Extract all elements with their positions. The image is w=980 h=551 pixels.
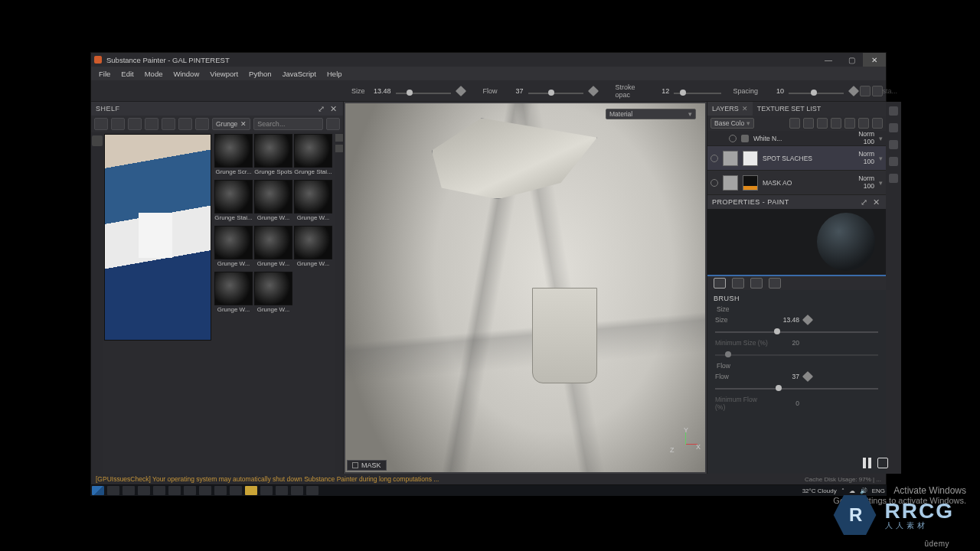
visibility-toggle-icon[interactable] <box>710 179 718 187</box>
shelf-thumbnail[interactable]: Grunge Stai... <box>214 180 253 224</box>
channel-select[interactable]: Base Colo▾ <box>710 118 754 129</box>
window-maximize-button[interactable]: ▢ <box>840 53 863 67</box>
app-icon[interactable] <box>306 486 318 495</box>
menu-mode[interactable]: Mode <box>145 70 163 78</box>
task-view-icon[interactable] <box>122 486 135 495</box>
shelf-clear-search-button[interactable] <box>326 118 340 130</box>
app-icon[interactable] <box>199 486 211 495</box>
layer-row[interactable]: SPOT SLACHES Norm100 ▾ <box>707 146 886 171</box>
shelf-thumbnail[interactable]: Grunge W... <box>254 226 292 270</box>
size-slider[interactable] <box>715 327 878 336</box>
add-folder-icon[interactable] <box>858 118 869 129</box>
window-close-button[interactable]: ✕ <box>863 53 886 67</box>
tab-texture-set-list[interactable]: TEXTURE SET LIST <box>753 102 825 116</box>
window-minimize-button[interactable]: — <box>817 53 840 67</box>
dock-icon[interactable] <box>889 140 898 149</box>
prop-tab-material[interactable] <box>769 278 781 289</box>
properties-close-icon[interactable]: ✕ <box>872 197 881 207</box>
menu-edit[interactable]: Edit <box>121 70 133 78</box>
app-icon[interactable] <box>291 486 303 495</box>
mask-thumb-icon[interactable] <box>743 151 758 166</box>
app-icon[interactable] <box>276 486 288 495</box>
chevron-down-icon[interactable]: ▾ <box>879 155 883 162</box>
layer-thumb-icon[interactable] <box>723 151 738 166</box>
toolbar-button[interactable] <box>872 86 883 96</box>
pen-pressure-icon[interactable] <box>848 85 859 96</box>
grid-large-icon[interactable] <box>335 134 343 142</box>
app-icon[interactable] <box>168 486 181 495</box>
minsize-slider[interactable] <box>715 350 878 359</box>
shelf-thumbnail[interactable]: Grunge Stai... <box>294 134 332 178</box>
shelf-thumbnail[interactable]: Grunge Spots <box>254 134 292 178</box>
shelf-tool-button[interactable] <box>94 118 108 130</box>
toolbar-button[interactable] <box>860 86 871 96</box>
prop-tab-brush[interactable] <box>714 278 726 289</box>
app-icon[interactable] <box>230 486 242 495</box>
menu-python[interactable]: Python <box>249 70 272 78</box>
app-icon[interactable] <box>214 486 227 495</box>
visibility-toggle-icon[interactable] <box>729 135 737 142</box>
pen-pressure-icon[interactable] <box>587 85 598 96</box>
shelf-filter-chip[interactable]: Grunge✕ <box>212 118 250 130</box>
brush-opacity-slider[interactable] <box>674 86 720 96</box>
menu-javascript[interactable]: JavaScript <box>283 70 316 78</box>
mask-checkbox-icon[interactable] <box>352 462 358 468</box>
axis-gizmo[interactable]: Y X Z <box>671 428 699 455</box>
add-mask-icon[interactable] <box>803 118 814 129</box>
shelf-popout-icon[interactable]: ⤢ <box>317 104 326 113</box>
shelf-tool-button[interactable] <box>162 118 175 130</box>
weather-widget[interactable]: 32°C Cloudy <box>802 487 837 494</box>
shelf-thumbnail[interactable]: Grunge W... <box>254 180 292 224</box>
shelf-filter-button[interactable] <box>178 118 192 130</box>
brush-flow-slider[interactable] <box>528 86 583 96</box>
delete-layer-icon[interactable] <box>872 118 883 129</box>
app-icon-active[interactable] <box>245 486 257 495</box>
shelf-tool-button[interactable] <box>111 118 125 130</box>
dock-icon[interactable] <box>889 174 898 183</box>
chip-close-icon[interactable]: ✕ <box>240 120 247 128</box>
menu-help[interactable]: Help <box>327 70 342 78</box>
dock-icon[interactable] <box>889 106 898 116</box>
browser-icon[interactable] <box>153 486 165 495</box>
start-button[interactable] <box>92 486 104 495</box>
3d-viewport[interactable]: Y X Z MASK <box>344 102 707 474</box>
add-paint-layer-icon[interactable] <box>844 118 855 129</box>
tab-layers[interactable]: LAYERS✕ <box>707 102 753 116</box>
pen-pressure-icon[interactable] <box>455 85 466 96</box>
brush-spacing-slider[interactable] <box>789 86 844 96</box>
shelf-thumbnail[interactable]: Grunge W... <box>254 272 292 316</box>
dock-icon[interactable] <box>889 157 898 166</box>
tab-close-icon[interactable]: ✕ <box>742 105 748 112</box>
menu-window[interactable]: Window <box>173 70 199 78</box>
mask-thumb-icon[interactable] <box>743 175 758 191</box>
shelf-thumbnail[interactable]: Grunge W... <box>214 226 253 270</box>
grid-small-icon[interactable] <box>335 145 343 152</box>
brush-size-slider[interactable] <box>396 86 451 96</box>
shelf-tool-button[interactable] <box>145 118 158 130</box>
shelf-thumbnail[interactable]: Grunge W... <box>214 272 253 316</box>
brush-tool-icon[interactable] <box>92 135 103 146</box>
layer-row[interactable]: MASK AO Norm100 ▾ <box>707 171 886 195</box>
chevron-down-icon[interactable]: ▾ <box>879 179 883 187</box>
mask-indicator[interactable]: MASK <box>347 460 387 471</box>
shelf-thumbnail[interactable]: Grunge W... <box>294 180 332 224</box>
layer-thumb-icon[interactable] <box>723 175 738 191</box>
search-icon[interactable] <box>107 486 119 495</box>
pause-icon[interactable] <box>863 458 871 468</box>
shelf-filter-button[interactable] <box>195 118 209 130</box>
add-fill-layer-icon[interactable] <box>831 118 841 129</box>
pen-pressure-icon[interactable] <box>802 371 813 382</box>
prop-tab-stencil[interactable] <box>750 278 763 289</box>
shelf-close-icon[interactable]: ✕ <box>329 104 338 113</box>
sublayer-row[interactable]: White N... Norm100 ▾ <box>707 131 886 146</box>
captions-icon[interactable] <box>877 458 888 468</box>
prop-tab-alpha[interactable] <box>732 278 744 289</box>
layer-tool-icon[interactable] <box>789 118 800 129</box>
dock-icon[interactable] <box>889 123 898 132</box>
menu-viewport[interactable]: Viewport <box>210 70 238 78</box>
shelf-thumbnail[interactable]: Grunge W... <box>294 226 332 270</box>
shelf-thumbnail[interactable]: Grunge Scr... <box>214 134 253 178</box>
properties-popout-icon[interactable]: ⤢ <box>860 197 869 207</box>
chevron-down-icon[interactable]: ▾ <box>879 135 883 142</box>
explorer-icon[interactable] <box>138 486 150 495</box>
